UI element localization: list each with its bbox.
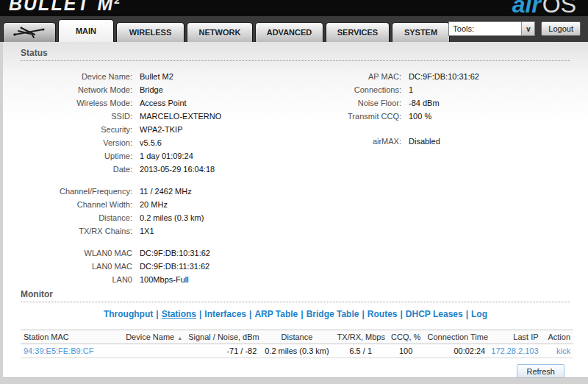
monitor-link-interfaces[interactable]: Interfaces	[204, 309, 246, 319]
field-label: LAN0 MAC	[21, 260, 132, 273]
status-row-device-name: Device Name:Bullet M2	[21, 70, 306, 83]
tab-wireless[interactable]: WIRELESS	[116, 22, 184, 42]
brand-bar: BULLETM2 airOS	[0, 0, 588, 16]
brand-model-sup: 2	[114, 0, 120, 6]
field-label: Date:	[21, 163, 132, 176]
link-separator: |	[362, 309, 364, 319]
field-value: 100 %	[409, 110, 431, 123]
station-connection-time: 00:02:24	[424, 344, 488, 358]
monitor-link-routes[interactable]: Routes	[368, 309, 398, 319]
logout-button[interactable]: Logout	[541, 21, 581, 36]
field-value: 11 / 2462 MHz	[140, 185, 192, 198]
col-header-last-ip[interactable]: Last IP	[488, 330, 541, 344]
tab-ubiquiti-home[interactable]	[3, 22, 56, 42]
field-value: 1X1	[140, 224, 154, 238]
tab-network[interactable]: NETWORK	[187, 22, 253, 42]
link-separator: |	[400, 309, 402, 319]
status-row-noise-floor: Noise Floor:-84 dBm	[306, 96, 570, 110]
status-row-distance: Distance:0.2 miles (0.3 km)	[21, 211, 306, 224]
field-label: Uptime:	[21, 149, 132, 163]
status-row-ap-mac: AP MAC:DC:9F:DB:10:31:62	[306, 70, 570, 83]
field-value: DC:9F:DB:10:31:62	[409, 70, 479, 83]
status-row-channel-frequency: Channel/Frequency:11 / 2462 MHz	[21, 185, 306, 198]
col-header-label: Device Name	[126, 333, 174, 341]
airos-os: OS	[542, 0, 576, 16]
station-last-ip-link[interactable]: 172.28.2.103	[491, 346, 538, 355]
field-label: Security:	[21, 123, 132, 136]
field-value: DC:9F:DB:10:31:62	[140, 246, 210, 260]
tab-main[interactable]: MAIN	[58, 19, 114, 42]
col-header-ccq[interactable]: CCQ, %	[387, 330, 425, 344]
station-txrx: 6.5 / 1	[334, 344, 387, 358]
dropdown-arrow-icon: ∨	[521, 22, 534, 35]
status-left-column: Device Name:Bullet M2 Network Mode:Bridg…	[21, 70, 306, 286]
monitor-link-throughput[interactable]: Throughput	[104, 309, 153, 319]
link-separator: |	[301, 309, 303, 319]
main-content: Status Device Name:Bullet M2 Network Mod…	[3, 42, 588, 378]
field-value: 100Mbps-Full	[140, 273, 189, 286]
field-label: airMAX:	[306, 135, 401, 148]
col-header-connection-time[interactable]: Connection Time	[424, 330, 488, 344]
airos-page: BULLETM2 airOS	[0, 0, 588, 384]
field-value: -84 dBm	[409, 96, 440, 110]
link-separator: |	[249, 309, 251, 319]
status-row-security: Security:WPA2-TKIP	[21, 123, 306, 136]
status-group-radio: Channel/Frequency:11 / 2462 MHz Channel …	[21, 185, 306, 238]
field-value: 0.2 miles (0.3 km)	[140, 211, 204, 224]
field-label: Connections:	[306, 83, 401, 96]
tab-system[interactable]: SYSTEM	[392, 22, 450, 42]
station-ccq: 100	[387, 344, 425, 358]
status-panel: Device Name:Bullet M2 Network Mode:Bridg…	[21, 70, 570, 286]
status-group-airmax: airMAX:Disabled	[306, 135, 570, 148]
station-signal-noise: -71 / -82	[185, 344, 259, 358]
field-value: DC:9F:DB:11:31:62	[140, 260, 209, 273]
status-row-airmax: airMAX:Disabled	[306, 135, 570, 148]
station-row: 94:39:E5:FE:B9:CF -71 / -82 0.2 miles (0…	[21, 344, 573, 358]
tab-strip: MAIN WIRELESS NETWORK ADVANCED SERVICES …	[3, 19, 450, 42]
monitor-link-log[interactable]: Log	[471, 309, 487, 319]
field-value: Disabled	[409, 135, 440, 148]
field-label: Channel Width:	[21, 198, 132, 211]
tab-advanced[interactable]: ADVANCED	[255, 22, 323, 42]
status-row-wlan0-mac: WLAN0 MACDC:9F:DB:10:31:62	[21, 246, 306, 260]
tab-services[interactable]: SERVICES	[326, 22, 390, 42]
tools-select[interactable]: Tools: ∨	[448, 21, 535, 36]
field-value: 1 day 01:09:24	[140, 149, 193, 163]
field-value: 2013-05-29 16:04:18	[140, 163, 215, 176]
brand-name: BULLET	[9, 0, 90, 14]
monitor-link-dhcp-leases[interactable]: DHCP Leases	[406, 309, 463, 319]
station-kick-link[interactable]: kick	[556, 346, 570, 355]
field-label: Wireless Mode:	[21, 96, 132, 110]
monitor-link-stations[interactable]: Stations	[162, 309, 196, 319]
status-row-lan0: LAN0100Mbps-Full	[21, 273, 306, 286]
tools-select-value: Tools:	[449, 22, 521, 35]
col-header-device-name[interactable]: Device Name▲	[111, 330, 185, 344]
status-row-version: Version:v5.5.6	[21, 136, 306, 149]
monitor-link-bridge-table[interactable]: Bridge Table	[306, 309, 359, 319]
field-value: WPA2-TKIP	[140, 123, 182, 136]
field-label: AP MAC:	[306, 70, 401, 83]
col-header-station-mac[interactable]: Station MAC	[21, 330, 111, 344]
refresh-button[interactable]: Refresh	[517, 364, 564, 378]
status-row-network-mode: Network Mode:Bridge	[21, 83, 306, 96]
status-row-connections: Connections:1	[306, 83, 570, 96]
field-label: SSID:	[21, 110, 132, 123]
status-group-ap: AP MAC:DC:9F:DB:10:31:62 Connections:1 N…	[306, 70, 570, 123]
col-header-distance[interactable]: Distance	[259, 330, 334, 344]
col-header-txrx[interactable]: TX/RX, Mbps	[334, 330, 387, 344]
status-group-interfaces: WLAN0 MACDC:9F:DB:10:31:62 LAN0 MACDC:9F…	[21, 246, 306, 286]
airos-air: air	[512, 0, 541, 16]
stations-header-row: Station MAC Device Name▲ Signal / Noise,…	[21, 330, 573, 344]
station-mac-link[interactable]: 94:39:E5:FE:B9:CF	[24, 346, 93, 355]
col-header-signal-noise[interactable]: Signal / Noise, dBm	[185, 330, 259, 344]
field-label: Transmit CCQ:	[306, 110, 401, 123]
tab-bar: MAIN WIRELESS NETWORK ADVANCED SERVICES …	[0, 16, 588, 42]
monitor-link-arp-table[interactable]: ARP Table	[254, 309, 298, 319]
refresh-row: Refresh	[26, 364, 564, 378]
station-distance: 0.2 miles (0.3 km)	[259, 344, 334, 358]
col-header-action[interactable]: Action	[542, 330, 573, 344]
field-label: Distance:	[21, 211, 132, 224]
status-right-column: AP MAC:DC:9F:DB:10:31:62 Connections:1 N…	[306, 70, 570, 286]
status-row-transmit-ccq: Transmit CCQ:100 %	[306, 110, 570, 123]
field-label: WLAN0 MAC	[21, 246, 132, 260]
